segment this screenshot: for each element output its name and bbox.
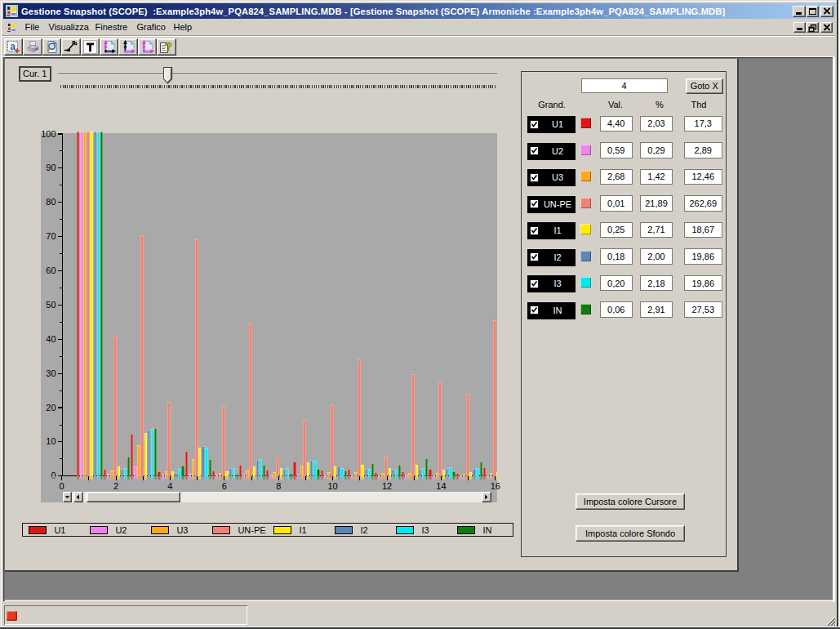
svg-text:?: ? (165, 40, 172, 53)
svg-text:a: a (10, 40, 16, 51)
